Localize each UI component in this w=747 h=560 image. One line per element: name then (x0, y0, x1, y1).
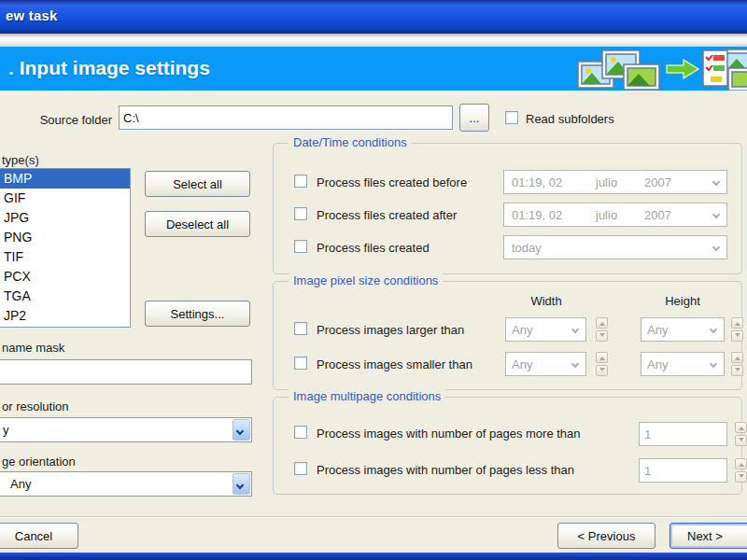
resolution-value: y (0, 418, 233, 441)
larger-width-spinner[interactable] (596, 317, 608, 342)
larger-height-spinner[interactable] (731, 317, 743, 342)
settings-button[interactable]: Settings... (145, 301, 250, 327)
smaller-height-spinner[interactable] (731, 352, 743, 376)
pixel-group-title: Image pixel size conditions (289, 273, 443, 287)
select-all-button[interactable]: Select all (145, 171, 250, 197)
input-images-icon (577, 49, 661, 94)
spinner-up-button[interactable] (596, 352, 608, 363)
orientation-combo[interactable]: Any (0, 471, 252, 497)
name-mask-input[interactable] (0, 359, 252, 385)
date-year-segment[interactable]: 2007 (644, 203, 671, 226)
spinner-up-button[interactable] (596, 317, 608, 329)
smaller-than-checkbox[interactable] (294, 357, 307, 370)
date-time-segment[interactable]: 01:19, 02 (512, 203, 562, 226)
created-on-label: Process files created (317, 241, 430, 255)
pages-less-checkbox[interactable] (294, 462, 307, 475)
created-after-datepicker[interactable]: 01:19, 02 julio 2007 (503, 203, 727, 227)
chevron-down-icon[interactable] (571, 360, 579, 368)
created-after-checkbox[interactable] (294, 207, 307, 220)
pages-more-checkbox[interactable] (294, 426, 307, 439)
chevron-down-icon[interactable] (233, 419, 250, 441)
chevron-down-icon[interactable] (710, 360, 717, 368)
cancel-button[interactable]: Cancel (0, 523, 78, 549)
list-item[interactable]: JPG (0, 208, 130, 228)
spinner-down-button[interactable] (731, 330, 743, 342)
resolution-combo[interactable]: y (0, 417, 252, 442)
orientation-label: ge orientation (2, 455, 76, 469)
source-folder-label: Source folder (26, 113, 112, 127)
date-preset-value[interactable]: today (512, 236, 542, 259)
pixel-size-conditions-group: Image pixel size conditions Width Height… (273, 281, 742, 390)
datetime-group-title: Date/Time conditions (289, 135, 412, 149)
previous-button[interactable]: < Previous (557, 523, 655, 549)
list-item[interactable]: PNG (0, 228, 130, 247)
multipage-conditions-group: Image multipage conditions Process image… (273, 397, 742, 495)
list-item[interactable]: JP2 (0, 306, 130, 326)
date-month-segment[interactable]: julio (596, 203, 617, 226)
window-frame-strip (0, 34, 747, 47)
height-header: Height (641, 294, 725, 308)
date-year-segment[interactable]: 2007 (644, 171, 671, 193)
spinner-down-button[interactable] (596, 330, 608, 342)
task-checklist-icon (702, 48, 747, 94)
header-icons (571, 47, 747, 91)
window-bottom-border (0, 553, 747, 560)
smaller-width-spinner[interactable] (596, 352, 608, 376)
list-item[interactable]: TGA (0, 287, 130, 306)
spinner-up-button[interactable] (731, 352, 743, 363)
created-before-checkbox[interactable] (294, 175, 307, 188)
read-subfolders-checkbox[interactable] (505, 111, 518, 124)
orientation-value: Any (0, 472, 233, 496)
combo-value[interactable]: Any (647, 353, 668, 375)
chevron-down-icon[interactable] (712, 244, 720, 251)
spinner-up-button[interactable] (735, 422, 747, 433)
list-item[interactable]: PCX (0, 267, 130, 287)
created-on-checkbox[interactable] (294, 240, 307, 253)
smaller-width-combo[interactable]: Any (505, 352, 586, 376)
spinner-up-button[interactable] (735, 458, 747, 469)
pages-more-spinner[interactable] (735, 422, 747, 446)
spinner-up-button[interactable] (731, 317, 743, 329)
pages-less-input[interactable]: 1 (639, 458, 727, 483)
list-item[interactable]: BMP (0, 169, 130, 189)
larger-height-combo[interactable]: Any (641, 317, 725, 342)
date-month-segment[interactable]: julio (596, 171, 617, 193)
larger-width-combo[interactable]: Any (505, 317, 586, 342)
smaller-than-label: Process images smaller than (317, 357, 472, 371)
read-subfolders-label: Read subfolders (526, 112, 614, 126)
combo-value[interactable]: Any (647, 318, 668, 341)
spinner-down-button[interactable] (735, 435, 747, 446)
new-task-dialog: ew task . Input image settings (0, 0, 747, 560)
file-types-listbox[interactable]: BMP GIF JPG PNG TIF PCX TGA JP2 (0, 168, 131, 328)
pages-less-spinner[interactable] (735, 458, 747, 483)
date-time-segment[interactable]: 01:19, 02 (512, 171, 562, 193)
list-item[interactable]: GIF (0, 189, 130, 208)
created-on-combo[interactable]: today (503, 235, 727, 259)
list-item[interactable]: TIF (0, 247, 130, 267)
pages-more-label: Process images with number of pages more… (317, 427, 581, 441)
next-button[interactable]: Next > (669, 523, 747, 549)
created-before-label: Process files created before (317, 175, 467, 189)
pages-more-input[interactable]: 1 (639, 422, 727, 446)
larger-than-checkbox[interactable] (294, 322, 307, 335)
chevron-down-icon[interactable] (233, 473, 250, 495)
spinner-down-button[interactable] (596, 365, 608, 376)
chevron-down-icon[interactable] (710, 326, 717, 333)
width-header: Width (505, 294, 587, 308)
datetime-conditions-group: Date/Time conditions Process files creat… (273, 143, 742, 274)
chevron-down-icon[interactable] (712, 178, 720, 186)
spinner-down-button[interactable] (731, 365, 743, 376)
combo-value[interactable]: Any (512, 353, 532, 375)
created-after-label: Process files created after (317, 208, 457, 222)
spinner-down-button[interactable] (735, 471, 747, 483)
chevron-down-icon[interactable] (712, 211, 720, 218)
chevron-down-icon[interactable] (571, 326, 579, 333)
browse-button[interactable]: ... (459, 104, 489, 132)
smaller-height-combo[interactable]: Any (641, 352, 725, 376)
deselect-all-button[interactable]: Deselect all (145, 211, 250, 237)
larger-than-label: Process images larger than (317, 323, 464, 337)
window-title: ew task (6, 7, 58, 23)
created-before-datepicker[interactable]: 01:19, 02 julio 2007 (503, 170, 727, 194)
source-folder-input[interactable] (119, 105, 453, 130)
combo-value[interactable]: Any (512, 318, 532, 341)
